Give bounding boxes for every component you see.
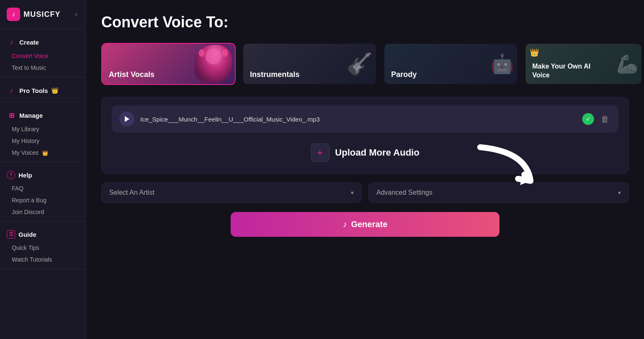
instrumentals-label: Instrumentals (250, 70, 300, 79)
voice-card-ai-voice[interactable]: 👑 🦾 Make Your Own AI Voice (525, 43, 642, 85)
sidebar-item-text-to-music[interactable]: Text to Music (0, 62, 86, 74)
collapse-button[interactable]: ‹ (74, 9, 79, 20)
sidebar-section-title-guide: ☰ Guide (0, 228, 86, 242)
artist-vocals-label: Artist Vocals (109, 70, 155, 79)
audio-actions: ✓ 🗑 (582, 113, 611, 126)
dropdowns-row: Select An Artist ▾ Advanced Settings ▾ (101, 183, 629, 203)
sidebar-section-title-create: ♪ Create (0, 36, 86, 50)
plus-icon: + (311, 143, 329, 162)
generate-icon: ♪ (343, 220, 347, 229)
sidebar-item-watch-tutorials[interactable]: Watch Tutorials (0, 254, 86, 265)
check-icon: ✓ (582, 113, 594, 125)
ai-voice-label: Make Your Own AI Voice (532, 62, 602, 80)
logo-text: MUSICFY (24, 10, 60, 19)
sidebar-item-convert-voice[interactable]: Convert Voice (0, 50, 86, 62)
sidebar-section-title-pro-tools[interactable]: ♪ Pro Tools 👑 (0, 84, 86, 98)
delete-audio-button[interactable]: 🗑 (599, 113, 611, 126)
crown-icon: 👑 (51, 87, 58, 94)
voice-card-parody[interactable]: 🤖 Parody (384, 43, 518, 85)
create-icon: ♪ (7, 37, 16, 47)
audio-container: Ice_Spice___Munch__Feelin__U___Official_… (101, 97, 629, 174)
manage-icon: ⊞ (7, 111, 16, 120)
generate-button[interactable]: ♪ Generate (231, 212, 499, 237)
sidebar-section-pro-tools: ♪ Pro Tools 👑 (0, 77, 86, 102)
guitar-icon: 🎸 (347, 52, 373, 76)
ai-figure-icon: 🦾 (616, 54, 638, 74)
page-title: Convert Voice To: (101, 13, 629, 31)
pro-tools-icon: ♪ (7, 86, 16, 95)
sidebar-item-quick-tips[interactable]: Quick Tips (0, 242, 86, 254)
select-artist-placeholder: Select An Artist (109, 189, 155, 196)
generate-label: Generate (351, 220, 388, 229)
upload-more-row[interactable]: + Upload More Audio (112, 140, 618, 165)
sidebar-item-my-voices[interactable]: My Voices 👑 (0, 147, 86, 159)
svg-marker-0 (125, 116, 129, 122)
sidebar-item-my-history[interactable]: My History (0, 135, 86, 147)
voice-card-artist-vocals[interactable]: Artist Vocals (101, 43, 236, 85)
upload-more-label: Upload More Audio (335, 147, 420, 158)
sidebar-section-guide: ☰ Guide Quick Tips Watch Tutorials (0, 222, 86, 269)
sidebar-item-faq[interactable]: FAQ (0, 183, 86, 194)
logo-icon: ♪ (7, 8, 20, 21)
advanced-settings-placeholder: Advanced Settings (376, 189, 432, 196)
sidebar-item-join-discord[interactable]: Join Discord (0, 206, 86, 218)
sidebar-item-report-bug[interactable]: Report a Bug (0, 194, 86, 206)
my-voices-crown-icon: 👑 (42, 150, 48, 156)
audio-filename: Ice_Spice___Munch__Feelin__U___Official_… (140, 116, 576, 123)
voice-card-instrumentals[interactable]: 🎸 Instrumentals (242, 43, 377, 85)
logo-area: ♪ MUSICFY ‹ (0, 0, 86, 29)
sidebar-section-title-manage: ⊞ Manage (0, 109, 86, 123)
sidebar-section-title-help: ? Help (0, 169, 86, 183)
sidebar-section-help: ? Help FAQ Report a Bug Join Discord (0, 162, 86, 222)
advanced-settings-arrow: ▾ (618, 189, 621, 196)
main-content: Convert Voice To: Artist Vocals 🎸 Instru… (86, 0, 644, 339)
select-artist-arrow: ▾ (351, 189, 354, 196)
voice-cards-row: Artist Vocals 🎸 Instrumentals 🤖 Parody 👑… (101, 43, 629, 85)
audio-file-row: Ice_Spice___Munch__Feelin__U___Official_… (112, 106, 618, 132)
robot-icon: 🤖 (491, 53, 514, 75)
sidebar-section-manage: ⊞ Manage My Library My History My Voices… (0, 102, 86, 162)
sidebar-item-my-library[interactable]: My Library (0, 123, 86, 135)
help-icon: ? (7, 171, 15, 179)
play-button[interactable] (119, 111, 134, 127)
sidebar: ♪ MUSICFY ‹ ♪ Create Convert Voice Text … (0, 0, 86, 339)
ai-voice-crown-icon: 👑 (530, 48, 539, 57)
parody-label: Parody (391, 70, 417, 79)
select-artist-dropdown[interactable]: Select An Artist ▾ (101, 183, 362, 203)
sidebar-section-create: ♪ Create Convert Voice Text to Music (0, 29, 86, 77)
advanced-settings-dropdown[interactable]: Advanced Settings ▾ (368, 183, 629, 203)
guide-icon: ☰ (7, 230, 15, 238)
